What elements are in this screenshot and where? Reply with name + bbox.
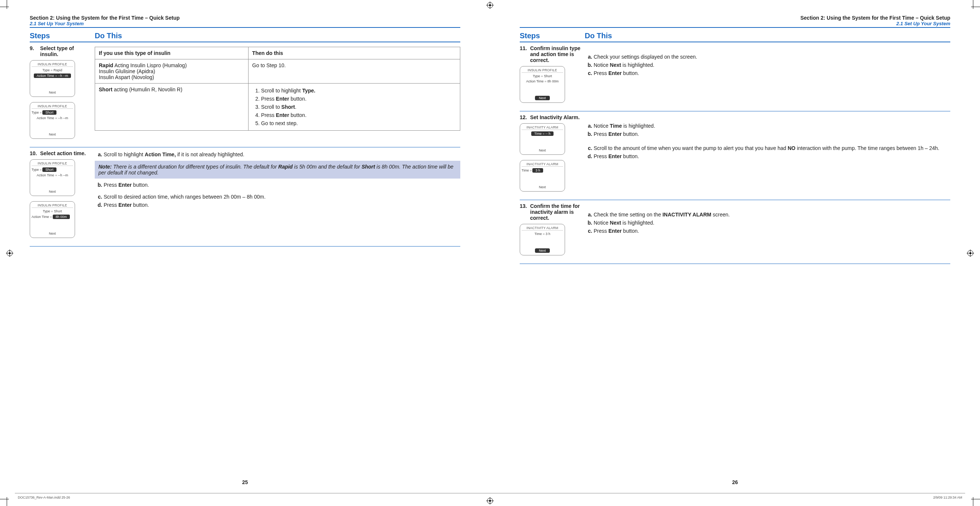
step-9: 9. Select type of insulin. INSULIN PROFI… [30, 42, 460, 148]
divider [30, 27, 460, 28]
th-do-this: Then do this [248, 47, 460, 59]
substep-a: Scroll to highlight Action Time, if it i… [103, 150, 460, 159]
th-insulin-type: If you use this type of insulin [95, 47, 248, 59]
cell-short: Short acting (Humulin R, Novolin R) [95, 84, 248, 131]
column-headers: Steps Do This [30, 30, 460, 42]
page-number: 26 [490, 479, 980, 485]
step-title: 10. Select action time. [30, 150, 91, 156]
substep-c: Scroll to the amount of time when you wa… [593, 144, 950, 152]
spread: Section 2: Using the System for the Firs… [0, 0, 980, 506]
step-title: 11. Confirm insulin type and action time… [520, 45, 581, 63]
substep-d: Press Enter button. [103, 201, 460, 209]
device-screen: INSULIN PROFILE Type = Short Action Time… [520, 66, 565, 103]
device-screen: INACTIVITY ALARM Time = 3 h Next [520, 224, 565, 255]
substep-c: Press Enter button. [593, 69, 950, 77]
step-12: 12. Set Inactivity Alarm. INACTIVITY ALA… [520, 111, 950, 200]
page-25: Section 2: Using the System for the Firs… [0, 0, 490, 506]
substep-a: Check the time setting on the INACTIVITY… [593, 211, 950, 219]
col-steps-label: Steps [520, 30, 585, 41]
step-title: 9. Select type of insulin. [30, 45, 91, 57]
device-screen: INSULIN PROFILE Type = Short Action Time… [30, 201, 75, 238]
step-10: 10. Select action time. INSULIN PROFILE … [30, 148, 460, 246]
substep-a: Check your settings displayed on the scr… [593, 53, 950, 61]
col-do-label: Do This [95, 30, 460, 41]
device-screen: INACTIVITY ALARM Time = -- h Next [520, 123, 565, 155]
section-title: Section 2: Using the System for the Firs… [520, 15, 950, 21]
footer-divider [15, 493, 965, 493]
substep-c: Press Enter button. [593, 227, 950, 235]
table-row: Rapid Acting Insulin Lispro (Humalog) In… [95, 59, 460, 84]
cell-rapid: Rapid Acting Insulin Lispro (Humalog) In… [95, 59, 248, 84]
substep-b: Press Enter button. [103, 181, 460, 189]
step-title: 12. Set Inactivity Alarm. [520, 114, 581, 120]
page-26: Section 2: Using the System for the Firs… [490, 0, 980, 506]
device-screen: INSULIN PROFILE Type =Short Action Time … [30, 159, 75, 196]
substep-c: Scroll to desired action time, which ran… [103, 193, 460, 201]
note-box: Note: There is a different duration for … [95, 161, 460, 179]
section-subtitle: 2.1 Set Up Your System [520, 21, 950, 26]
footer-file: DOC15736_Rev-A-Man.indd 25-26 [18, 496, 70, 499]
section-title: Section 2: Using the System for the Firs… [30, 15, 460, 21]
cell-short-steps: Scroll to highlight Type. Press Enter bu… [248, 84, 460, 131]
cell-goto-10: Go to Step 10. [248, 59, 460, 84]
device-screen: INSULIN PROFILE Type = Rapid Action Time… [30, 60, 75, 97]
table-row: Short acting (Humulin R, Novolin R) Scro… [95, 84, 460, 131]
substep-a: Notice Time is highlighted. [593, 122, 950, 130]
page-number: 25 [0, 479, 490, 485]
col-do-label: Do This [585, 30, 950, 41]
divider [520, 27, 950, 28]
step-title: 13. Confirm the time for inactivity alar… [520, 203, 581, 221]
step-13: 13. Confirm the time for inactivity alar… [520, 200, 950, 264]
device-screen: INACTIVITY ALARM Time =3 h Next [520, 160, 565, 192]
col-steps-label: Steps [30, 30, 95, 41]
substep-b: Notice Next is highlighted. [593, 61, 950, 69]
device-screen: INSULIN PROFILE Type =Short Action Time … [30, 102, 75, 139]
column-headers: Steps Do This [520, 30, 950, 42]
substep-b: Press Enter button. [593, 130, 950, 138]
insulin-table: If you use this type of insulin Then do … [95, 47, 460, 131]
substep-b: Notice Next is highlighted. [593, 219, 950, 227]
footer-date: 2/9/09 11:29:34 AM [933, 496, 962, 499]
section-subtitle: 2.1 Set Up Your System [30, 21, 460, 26]
substep-d: Press Enter button. [593, 152, 950, 160]
step-11: 11. Confirm insulin type and action time… [520, 42, 950, 111]
